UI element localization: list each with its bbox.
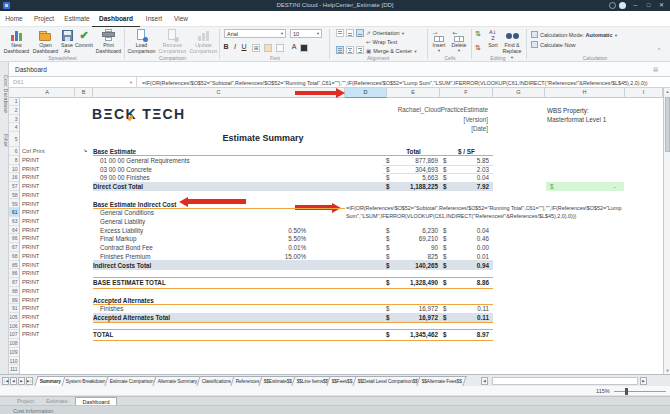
bold-button[interactable]: B: [222, 43, 230, 50]
row-header-6[interactable]: 6: [9, 147, 19, 156]
row-header-67[interactable]: 67: [9, 243, 19, 252]
ribbon-tab-estimate[interactable]: Estimate: [60, 11, 94, 27]
align-left-button[interactable]: [336, 46, 344, 54]
account-icon[interactable]: [619, 2, 626, 9]
column-header-e[interactable]: E: [387, 88, 440, 98]
sort-desc-icon[interactable]: ⇅: [475, 44, 481, 52]
row-header-1[interactable]: 1: [9, 98, 19, 106]
zoom-slider-handle[interactable]: [625, 388, 628, 395]
row-header-5[interactable]: 5: [9, 132, 19, 147]
align-center-button[interactable]: [346, 46, 354, 54]
minimize-button[interactable]: ─: [629, 0, 642, 11]
close-button[interactable]: ✕: [655, 0, 668, 11]
pin-icon[interactable]: ▤: [653, 66, 658, 72]
horizontal-scrollbar[interactable]: [492, 377, 638, 385]
row-header-89[interactable]: 89: [9, 296, 19, 305]
calculation-mode-control[interactable]: Calculation Mode: Automatic ▼: [531, 31, 618, 38]
row-header-108[interactable]: 108: [9, 339, 19, 348]
scroll-tabs-left-button[interactable]: ◀: [481, 377, 488, 385]
row-header-61[interactable]: 61: [9, 208, 19, 217]
side-tab-filter[interactable]: Filter: [0, 126, 9, 156]
sheet-tab-detail-level-comparison[interactable]: $$Detail Level Comparison$$: [352, 376, 422, 386]
next-sheet-button[interactable]: ▶: [18, 377, 25, 385]
vertical-scrollbar[interactable]: ▲ ▼: [663, 88, 670, 374]
row-header-63[interactable]: 63: [9, 217, 19, 226]
sort-asc-icon[interactable]: ⇅: [475, 30, 481, 38]
column-header-b[interactable]: B: [75, 88, 93, 98]
green-cell[interactable]: $ -: [546, 182, 624, 191]
ribbon-tab-view[interactable]: View: [168, 11, 194, 27]
cell-name-box[interactable]: D61 ▼: [9, 77, 137, 88]
orientation-button[interactable]: ⇗Orientation ▼: [366, 30, 405, 36]
align-bottom-button[interactable]: [356, 29, 364, 37]
delete-cells-button[interactable]: ← Delete ▼: [450, 29, 468, 54]
row-header-16[interactable]: 16: [9, 173, 19, 182]
merge-center-button[interactable]: ▣Merge & Center ▼: [366, 48, 418, 54]
font-name-select[interactable]: Arial▼: [224, 29, 286, 38]
help-icon[interactable]: [609, 2, 616, 9]
row-header-10[interactable]: 10: [9, 165, 19, 174]
row-header-111[interactable]: 111: [9, 365, 19, 374]
row-header-59[interactable]: 59: [9, 200, 19, 209]
sheet-tab-system-breakdown[interactable]: System Breakdown: [60, 376, 110, 386]
row-header-91[interactable]: 91: [9, 304, 19, 313]
color-swatch[interactable]: [300, 44, 308, 52]
row-header-109[interactable]: 109: [9, 348, 19, 357]
sort-button[interactable]: A↓Z Sort: [485, 29, 501, 49]
last-sheet-button[interactable]: ▶❘: [26, 377, 33, 385]
side-tab-cost-database[interactable]: Cost Database: [0, 64, 9, 124]
expand-icon[interactable]: ↘: [83, 147, 87, 153]
align-middle-button[interactable]: [346, 29, 354, 37]
row-header-58[interactable]: 58: [9, 191, 19, 200]
formula-input[interactable]: =IF(OR(References!$O$52="Subtotal",Refer…: [142, 80, 657, 86]
row-header-86[interactable]: 86: [9, 269, 19, 278]
row-header-64[interactable]: 64: [9, 226, 19, 235]
remove-comparison-button[interactable]: Remove Comparison: [157, 29, 188, 55]
scroll-tabs-right-button[interactable]: ▶: [640, 377, 647, 385]
update-comparison-button[interactable]: Update Comparison: [189, 29, 218, 55]
commit-button[interactable]: ✔ Commit: [73, 29, 95, 49]
calculate-now-button[interactable]: Calculate Now: [531, 41, 575, 48]
row-header-87[interactable]: 87: [9, 278, 19, 287]
insert-cells-button[interactable]: → Insert ▼: [430, 29, 448, 54]
ribbon-tab-dashboard[interactable]: Dashboard: [92, 11, 140, 27]
row-header-85[interactable]: 85: [9, 261, 19, 270]
row-header-57[interactable]: 57: [9, 182, 19, 191]
column-header-h[interactable]: H: [545, 88, 625, 98]
sheet-tab-alternate-summary[interactable]: Alternate Summary: [153, 376, 203, 386]
italic-button[interactable]: I: [231, 43, 239, 50]
open-dashboard-button[interactable]: Open Dashboard: [31, 29, 60, 55]
column-header-f[interactable]: F: [440, 88, 493, 98]
fill-color-button[interactable]: [264, 44, 272, 52]
new-dashboard-button[interactable]: New Dashboard: [2, 29, 31, 55]
row-header-68[interactable]: 68: [9, 252, 19, 261]
sheet-tab-alternate-fees[interactable]: $$Alternate Fees$$: [417, 376, 467, 386]
prev-sheet-button[interactable]: ◀: [10, 377, 17, 385]
row-header-88[interactable]: 88: [9, 287, 19, 296]
ribbon-tab-insert[interactable]: Insert: [140, 11, 168, 27]
column-header-i[interactable]: I: [625, 88, 663, 98]
first-sheet-button[interactable]: ❘◀: [2, 377, 9, 385]
ribbon-tab-home[interactable]: Home: [0, 11, 28, 27]
row-header-2[interactable]: 2: [9, 106, 19, 115]
column-header-g[interactable]: G: [493, 88, 545, 98]
row-header-4[interactable]: 4: [9, 123, 19, 132]
scroll-up-icon[interactable]: ▲: [664, 89, 670, 94]
column-header-d[interactable]: D: [345, 88, 387, 98]
align-top-button[interactable]: [336, 29, 344, 37]
wrap-text-button[interactable]: ↩Wrap Text: [366, 39, 397, 45]
ribbon-tab-project[interactable]: Project: [28, 11, 60, 27]
cell-style-button[interactable]: [276, 44, 284, 52]
font-size-select[interactable]: 10▼: [290, 29, 322, 38]
sheet-tab-estimate-comparison[interactable]: Estimate Comparison: [104, 376, 158, 386]
row-header-8[interactable]: 8: [9, 156, 19, 165]
sheet-tab-summary[interactable]: Summary: [34, 376, 65, 386]
load-comparison-button[interactable]: Load Comparison: [127, 29, 156, 55]
row-header-107[interactable]: 107: [9, 330, 19, 339]
underline-button[interactable]: U: [240, 43, 248, 50]
scroll-down-icon[interactable]: ▼: [664, 368, 670, 373]
row-header-106[interactable]: 106: [9, 322, 19, 331]
borders-button[interactable]: ⊞: [252, 44, 260, 52]
align-right-button[interactable]: [356, 46, 364, 54]
maximize-button[interactable]: □: [642, 0, 655, 11]
